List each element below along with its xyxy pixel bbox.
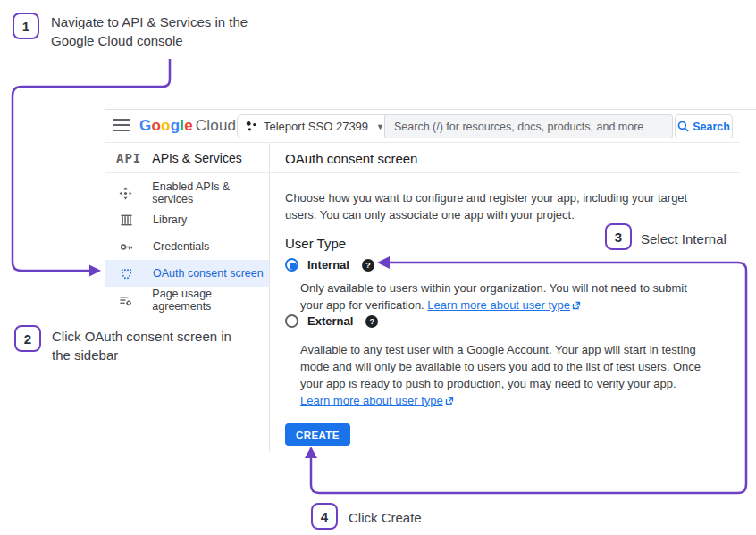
internal-description: Only available to users within your orga… bbox=[300, 280, 701, 314]
step-4-number: 4 bbox=[321, 509, 328, 524]
option-internal: Internal ? bbox=[285, 258, 374, 272]
sidebar-item-credentials[interactable]: Credentials bbox=[105, 233, 269, 260]
google-cloud-logo[interactable]: GoogleCloud bbox=[139, 117, 236, 135]
sidebar-item-label: OAuth consent screen bbox=[153, 267, 264, 280]
sidebar-title: APIs & Services bbox=[152, 151, 241, 165]
step-1-badge: 1 bbox=[13, 13, 39, 39]
external-radio[interactable] bbox=[285, 314, 298, 328]
search-icon bbox=[677, 121, 689, 132]
project-name: Teleport SSO 27399 bbox=[264, 120, 368, 133]
search-button[interactable]: Search bbox=[675, 114, 733, 138]
sidebar-item-label: Credentials bbox=[153, 240, 209, 253]
sidebar-item-label: Enabled APIs & services bbox=[152, 180, 269, 205]
external-link-icon bbox=[572, 297, 581, 314]
step-1-number: 1 bbox=[22, 19, 29, 34]
search-button-label: Search bbox=[693, 121, 730, 133]
step-3-number: 3 bbox=[615, 230, 622, 245]
console-header: GoogleCloud Teleport SSO 27399 ▼ Search bbox=[105, 110, 756, 142]
page-title: OAuth consent screen bbox=[285, 151, 417, 166]
sidebar-header: API APIs & Services bbox=[105, 143, 269, 172]
google-cloud-console: GoogleCloud Teleport SSO 27399 ▼ Search bbox=[105, 109, 756, 456]
step-2-badge: 2 bbox=[14, 325, 41, 352]
internal-radio[interactable] bbox=[285, 258, 298, 272]
sidebar-item-label: Library bbox=[153, 213, 187, 226]
search-input[interactable] bbox=[384, 114, 673, 138]
sidebar-vertical-divider bbox=[269, 143, 270, 452]
step-3-badge: 3 bbox=[605, 223, 632, 250]
project-icon bbox=[246, 121, 257, 132]
enabled-apis-icon bbox=[119, 186, 132, 200]
step-1-text: Navigate to API & Services in the Google… bbox=[51, 13, 276, 50]
external-description: Available to any test user with a Google… bbox=[300, 341, 713, 410]
sidebar-item-oauth-consent-screen[interactable]: OAuth consent screen bbox=[105, 260, 269, 287]
logo-letter: G bbox=[139, 117, 151, 134]
sidebar-item-page-usage-agreements[interactable]: Page usage agreements bbox=[105, 287, 269, 313]
arrow-step1-head bbox=[89, 265, 101, 277]
api-logo: API bbox=[116, 151, 141, 165]
key-icon bbox=[119, 239, 133, 254]
step-2-number: 2 bbox=[24, 331, 31, 347]
menu-icon[interactable] bbox=[113, 119, 130, 131]
learn-more-link-text: Learn more about user type bbox=[427, 298, 570, 312]
logo-letter: e bbox=[184, 117, 193, 134]
create-button[interactable]: CREATE bbox=[285, 423, 350, 446]
external-label: External bbox=[307, 314, 353, 328]
logo-letter: o bbox=[151, 117, 161, 134]
tutorial-page: 1 Navigate to API & Services in the Goog… bbox=[0, 0, 756, 535]
step-2-text: Click OAuth consent screen in the sideba… bbox=[52, 327, 239, 364]
step-3-text: Select Internal bbox=[641, 230, 756, 248]
external-link-icon bbox=[445, 393, 454, 410]
logo-letter: g bbox=[171, 117, 181, 134]
sidebar-item-enabled-apis[interactable]: Enabled APIs & services bbox=[105, 180, 269, 206]
logo-cloud-text: Cloud bbox=[196, 117, 236, 134]
title-divider bbox=[270, 172, 740, 173]
learn-more-link[interactable]: Learn more about user type bbox=[427, 298, 581, 312]
user-type-label: User Type bbox=[285, 236, 346, 251]
step-4-text: Click Create bbox=[349, 508, 465, 527]
sidebar-item-label: Page usage agreements bbox=[152, 288, 269, 313]
sidebar-item-library[interactable]: Library bbox=[105, 206, 269, 233]
project-selector[interactable]: Teleport SSO 27399 ▼ bbox=[237, 114, 393, 138]
learn-more-link-text: Learn more about user type bbox=[300, 394, 443, 407]
help-icon[interactable]: ? bbox=[362, 259, 374, 272]
page-agreements-icon bbox=[119, 293, 132, 307]
option-external: External ? bbox=[285, 314, 378, 328]
library-icon bbox=[119, 213, 133, 227]
internal-label: Internal bbox=[307, 258, 349, 272]
help-icon[interactable]: ? bbox=[365, 315, 378, 328]
step-4-badge: 4 bbox=[311, 503, 338, 530]
external-description-text: Available to any test user with a Google… bbox=[300, 343, 701, 390]
logo-letter: o bbox=[161, 117, 171, 134]
chevron-down-icon: ▼ bbox=[376, 122, 384, 131]
learn-more-link[interactable]: Learn more about user type bbox=[300, 394, 454, 407]
intro-text: Choose how you want to configure and reg… bbox=[285, 189, 689, 223]
oauth-consent-icon bbox=[119, 266, 133, 280]
sidebar: API APIs & Services Enabled APIs & servi… bbox=[105, 143, 269, 313]
